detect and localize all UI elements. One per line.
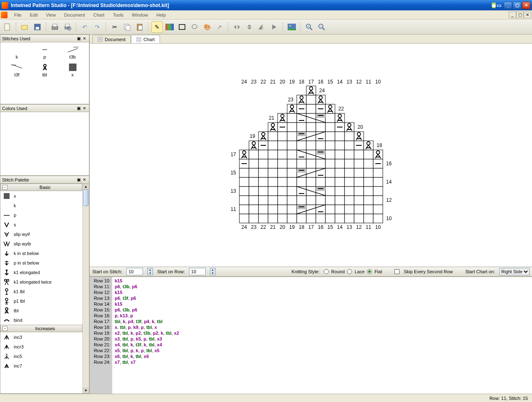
zoom-out-button[interactable]: − [316,21,328,33]
palette-category-header[interactable]: −Basic [0,184,82,191]
palette-item[interactable]: p1 tbl [0,296,82,306]
tray-windows-icon[interactable]: ▭ [497,2,501,8]
svg-rect-165 [287,168,297,177]
minimize-button[interactable]: _ [504,2,512,9]
stitch-tbl[interactable]: tbl [35,64,54,77]
close-button[interactable]: ✕ [522,2,530,9]
open-button[interactable] [19,21,31,33]
radio-flat[interactable] [367,269,372,274]
cut-button[interactable]: ✂ [109,21,121,33]
maximize-button[interactable]: ▢ [513,2,521,9]
paste-button[interactable] [134,21,145,33]
palette-item[interactable]: tbl [0,306,82,315]
collapse-icon[interactable]: − [2,185,7,190]
start-row-spinner[interactable]: ▲▼ [210,268,216,275]
radio-lace[interactable] [347,269,352,274]
menu-view[interactable]: View [42,12,60,18]
pin-icon[interactable]: ▣ [76,36,81,42]
checkbox-skip[interactable] [394,269,399,274]
nvidia-icon[interactable]: ◉ [492,2,496,8]
rect-tool[interactable] [176,21,188,33]
close-icon[interactable]: ✕ [81,177,87,183]
mdi-restore[interactable]: ▢ [516,12,524,18]
flip-v-button[interactable] [244,21,255,33]
gradient-tool[interactable] [164,21,175,33]
palette-item[interactable]: k1 elongated [0,267,82,277]
save-button[interactable] [32,21,43,33]
undo-button[interactable]: ↶ [79,21,91,33]
svg-rect-117 [325,196,335,205]
palette-item[interactable]: k1 tbl [0,287,82,296]
svg-rect-151 [306,177,316,186]
menu-chart[interactable]: Chart [89,12,109,18]
menu-edit[interactable]: Edit [26,12,42,18]
close-icon[interactable]: ✕ [81,36,87,42]
svg-rect-182 [259,159,268,168]
eyedropper-tool[interactable]: ↗ [214,21,225,33]
stitch-t3b[interactable]: t3b [63,46,82,59]
scroll-down-icon[interactable]: ▼ [83,387,89,393]
collapse-icon[interactable]: − [2,326,7,331]
palette-item[interactable]: incr3 [0,342,82,351]
start-stitch-input[interactable] [126,268,143,275]
palette-item[interactable]: 5inc5 [0,351,82,361]
lasso-tool[interactable] [189,21,200,33]
print-preview-button[interactable] [62,21,73,33]
scroll-up-icon[interactable]: ▲ [83,184,89,189]
close-icon[interactable]: ✕ [81,105,87,111]
copy-button[interactable] [121,21,133,33]
palette-item[interactable]: slip wyib [0,239,82,248]
stitches-used-title: Stitches Used [2,36,76,41]
start-stitch-spinner[interactable]: ▲▼ [147,268,153,275]
palette-item[interactable]: bind [0,315,82,325]
pencil-tool[interactable]: ✎ [151,21,163,33]
menu-file[interactable]: File [10,12,26,18]
palette-item[interactable]: inc7 [0,361,82,370]
palette-tool[interactable]: 🎨 [201,21,213,33]
pin-icon[interactable]: ▣ [76,105,81,111]
stitch-p[interactable]: —p [35,46,54,59]
redo-button[interactable]: ↷ [91,21,103,33]
mdi-close[interactable]: ✕ [524,12,531,18]
palette-item[interactable]: p in st below [0,258,82,267]
image-button[interactable] [286,21,298,33]
stitch-k[interactable]: k [7,46,27,59]
tab-chart[interactable]: Chart [131,35,160,43]
palette-item[interactable]: slip wyif [0,229,82,239]
palette-item[interactable]: k1 elongated twice [0,277,82,287]
instruction-text[interactable]: k15p6, t3b, p6k15p6, t3f, p6k15p6, t3b, … [112,277,532,394]
flip-h-button[interactable] [231,21,243,33]
radio-round[interactable] [324,269,329,274]
stitch-t3f[interactable]: t3f [7,64,27,77]
pin-icon[interactable]: ▣ [76,177,81,183]
print-button[interactable] [49,21,61,33]
mirror-button[interactable] [256,21,268,33]
menu-window[interactable]: Window [128,12,152,18]
tab-document[interactable]: Document [92,35,131,43]
palette-scrollbar[interactable]: ▲ ▼ [82,184,89,393]
mdi-minimize[interactable]: _ [509,12,516,18]
stitch-x[interactable]: x [63,64,82,77]
menu-document[interactable]: Document [60,12,89,18]
start-chart-select[interactable]: Right Side [499,268,530,275]
svg-text:16: 16 [386,161,392,167]
menu-help[interactable]: Help [152,12,170,18]
palette-item[interactable]: x [0,191,82,201]
svg-rect-174 [373,168,383,177]
palette-category-header[interactable]: −Increases [0,325,82,332]
menu-tools[interactable]: Tools [108,12,128,18]
palette-item[interactable]: s [0,220,82,229]
app-icon [2,2,8,9]
palette-item[interactable]: inc3 [0,332,82,342]
zoom-in-button[interactable]: + [303,21,315,33]
svg-rect-208 [335,150,345,159]
chart-canvas[interactable]: 2423222120191817161514131211102423222120… [90,44,532,267]
play-button[interactable] [268,21,280,33]
palette-item[interactable]: k [0,201,82,210]
scroll-thumb[interactable] [83,189,89,206]
palette-item[interactable]: k in st below [0,248,82,258]
new-button[interactable] [2,21,13,33]
start-row-input[interactable] [189,268,206,275]
knitting-chart[interactable]: 2423222120191817161514131211102423222120… [223,77,472,260]
palette-item[interactable]: —p [0,210,82,220]
